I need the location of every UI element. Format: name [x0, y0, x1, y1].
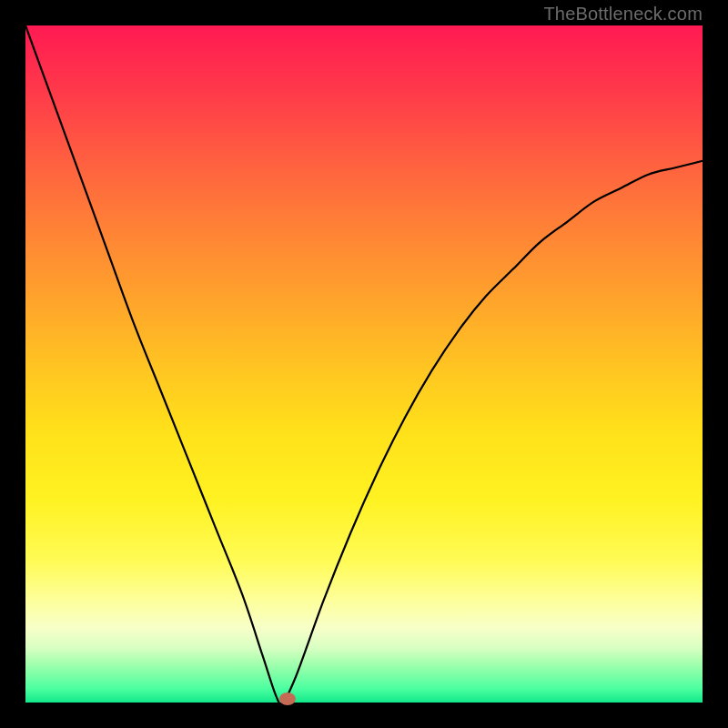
chart-frame: TheBottleneck.com: [0, 0, 728, 728]
plot-area: [25, 25, 703, 703]
watermark-text: TheBottleneck.com: [543, 4, 703, 25]
bottleneck-curve: [25, 25, 703, 704]
chart-svg: [25, 25, 703, 703]
optimal-point-marker: [279, 693, 296, 705]
